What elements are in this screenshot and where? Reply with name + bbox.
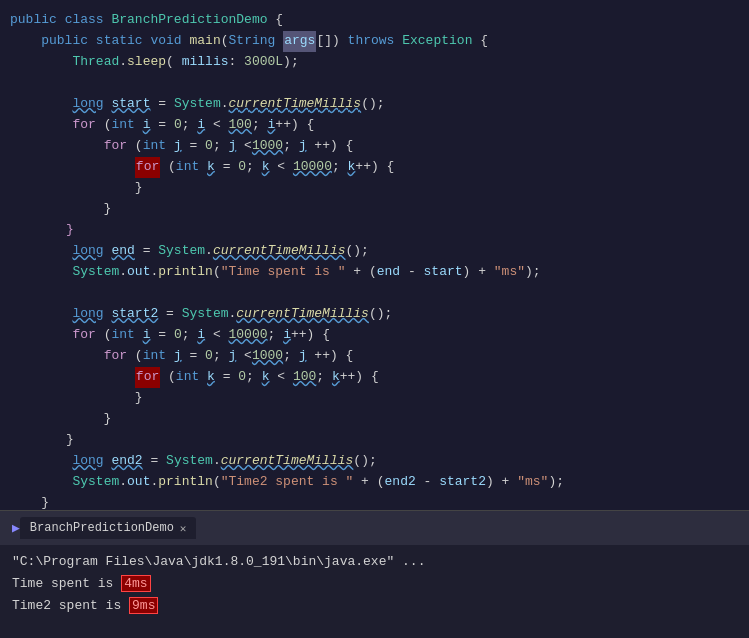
code-line-22: long end2 = System.currentTimeMillis(); bbox=[0, 451, 749, 472]
code-line-9: } bbox=[0, 178, 749, 199]
code-line-2: public static void main(String args[]) t… bbox=[0, 31, 749, 52]
terminal-tab-label: BranchPredictionDemo bbox=[30, 521, 174, 535]
code-line-4 bbox=[0, 73, 749, 94]
code-line-11: } bbox=[0, 220, 749, 241]
code-line-13: System.out.println("Time spent is " + (e… bbox=[0, 262, 749, 283]
code-line-3: Thread.sleep( millis: 3000L); bbox=[0, 52, 749, 73]
terminal-cmd-line: "C:\Program Files\Java\jdk1.8.0_191\bin\… bbox=[12, 551, 737, 573]
code-line-23: System.out.println("Time2 spent is " + (… bbox=[0, 472, 749, 493]
terminal-icon: ▶ bbox=[12, 520, 20, 536]
terminal-output-line-1: Time spent is 4ms bbox=[12, 573, 737, 595]
code-line-18: for (int k = 0; k < 100; k++) { bbox=[0, 367, 749, 388]
terminal-tab-bar: ▶ BranchPredictionDemo ✕ bbox=[0, 510, 749, 545]
code-line-10: } bbox=[0, 199, 749, 220]
terminal-tab[interactable]: BranchPredictionDemo ✕ bbox=[20, 517, 197, 539]
terminal-output: "C:\Program Files\Java\jdk1.8.0_191\bin\… bbox=[0, 545, 749, 638]
terminal-output-line-2: Time2 spent is 9ms bbox=[12, 595, 737, 617]
time-value-1: 4ms bbox=[121, 575, 150, 592]
code-line-19: } bbox=[0, 388, 749, 409]
code-line-5: long start = System.currentTimeMillis(); bbox=[0, 94, 749, 115]
code-line-15: long start2 = System.currentTimeMillis()… bbox=[0, 304, 749, 325]
code-line-1: public class BranchPredictionDemo { bbox=[0, 10, 749, 31]
code-line-17: for (int j = 0; j <1000; j ++) { bbox=[0, 346, 749, 367]
code-line-21: } bbox=[0, 430, 749, 451]
code-line-14 bbox=[0, 283, 749, 304]
code-line-7: for (int j = 0; j <1000; j ++) { bbox=[0, 136, 749, 157]
code-line-20: } bbox=[0, 409, 749, 430]
editor-area: public class BranchPredictionDemo { publ… bbox=[0, 0, 749, 510]
code-line-6: for (int i = 0; i < 100; i++) { bbox=[0, 115, 749, 136]
code-line-16: for (int i = 0; i < 10000; i++) { bbox=[0, 325, 749, 346]
time-value-2: 9ms bbox=[129, 597, 158, 614]
code-line-8: for (int k = 0; k < 10000; k++) { bbox=[0, 157, 749, 178]
code-line-24: } bbox=[0, 493, 749, 510]
terminal-tab-close[interactable]: ✕ bbox=[180, 522, 187, 535]
code-line-12: long end = System.currentTimeMillis(); bbox=[0, 241, 749, 262]
